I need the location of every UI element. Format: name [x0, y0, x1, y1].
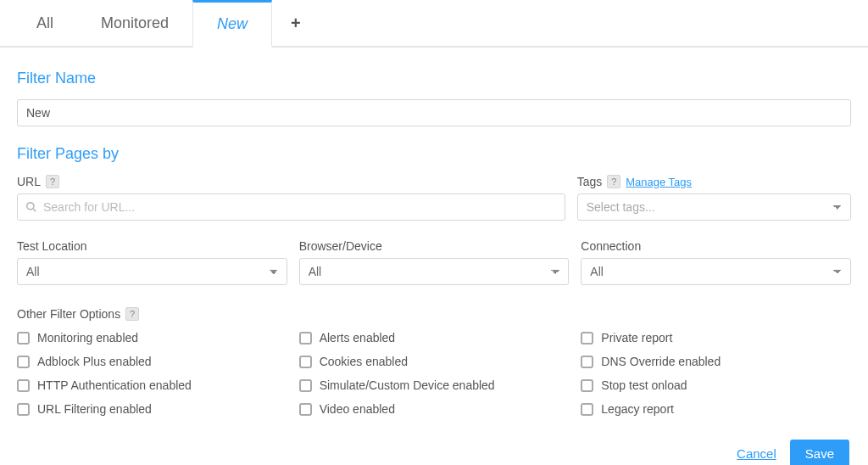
checkbox-icon	[581, 356, 593, 368]
tabs-bar: All Monitored New +	[0, 0, 868, 48]
section-filter-pages-by: Filter Pages by	[17, 145, 851, 163]
checkbox-icon	[299, 332, 312, 345]
check-cookies-enabled[interactable]: Cookies enabled	[299, 355, 570, 368]
tab-all[interactable]: All	[13, 0, 77, 48]
checkbox-icon	[581, 379, 593, 392]
check-http-auth[interactable]: HTTP Authentication enabled	[17, 378, 287, 392]
location-select[interactable]: All	[17, 258, 287, 285]
checkbox-icon	[17, 379, 30, 392]
url-help-icon[interactable]: ?	[46, 175, 59, 188]
connection-select[interactable]: All	[581, 258, 851, 285]
url-search-input[interactable]	[17, 193, 565, 221]
save-button[interactable]: Save	[790, 440, 849, 465]
checkbox-icon	[17, 332, 30, 345]
manage-tags-link[interactable]: Manage Tags	[626, 176, 692, 188]
connection-label: Connection	[581, 239, 641, 253]
cancel-button[interactable]: Cancel	[737, 446, 776, 461]
check-private-report[interactable]: Private report	[581, 331, 851, 345]
check-url-filtering[interactable]: URL Filtering enabled	[17, 402, 287, 416]
checkbox-icon	[17, 356, 30, 368]
browser-label: Browser/Device	[299, 239, 382, 253]
check-legacy-report[interactable]: Legacy report	[581, 402, 851, 416]
checkbox-icon	[299, 379, 312, 392]
other-options-help-icon[interactable]: ?	[125, 307, 139, 321]
check-dns-override[interactable]: DNS Override enabled	[581, 355, 851, 368]
checkbox-icon	[581, 332, 593, 345]
tab-monitored[interactable]: Monitored	[77, 0, 192, 48]
checkbox-icon	[299, 356, 312, 368]
url-label: URL	[17, 175, 41, 188]
browser-select[interactable]: All	[299, 258, 570, 285]
section-filter-name: Filter Name	[17, 70, 851, 87]
checkbox-icon	[581, 403, 593, 416]
tags-select[interactable]: Select tags...	[577, 193, 851, 221]
tags-label: Tags	[577, 175, 603, 188]
other-options-label: Other Filter Options	[17, 307, 120, 321]
check-adblock-enabled[interactable]: Adblock Plus enabled	[17, 355, 287, 368]
other-options-grid: Monitoring enabled Alerts enabled Privat…	[17, 331, 851, 416]
check-stop-onload[interactable]: Stop test onload	[581, 378, 851, 392]
tab-add[interactable]: +	[272, 0, 320, 48]
checkbox-icon	[299, 403, 312, 416]
check-video-enabled[interactable]: Video enabled	[299, 402, 570, 416]
checkbox-icon	[17, 403, 30, 416]
check-monitoring-enabled[interactable]: Monitoring enabled	[17, 331, 287, 345]
filter-name-input[interactable]	[17, 99, 851, 126]
location-label: Test Location	[17, 239, 87, 253]
tab-new[interactable]: New	[192, 0, 272, 48]
check-simulate-device[interactable]: Simulate/Custom Device enabled	[299, 378, 570, 392]
tags-help-icon[interactable]: ?	[607, 175, 620, 188]
check-alerts-enabled[interactable]: Alerts enabled	[299, 331, 570, 345]
